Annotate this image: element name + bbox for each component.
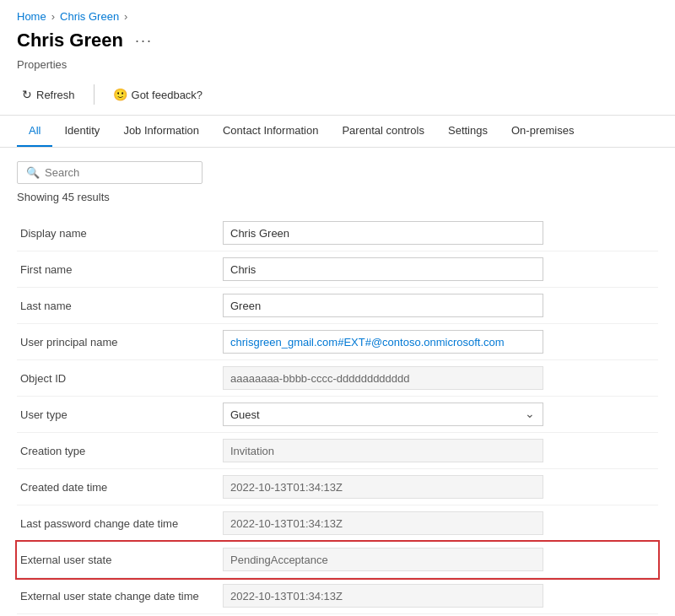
- prop-label-creation-type: Creation type: [17, 433, 219, 469]
- toolbar: ↻ Refresh 🙂 Got feedback?: [0, 78, 675, 116]
- tab-job[interactable]: Job Information: [111, 116, 211, 147]
- feedback-icon: 🙂: [113, 88, 127, 101]
- ext-user-state-input: [223, 548, 543, 571]
- prop-value-last-name: [219, 288, 658, 324]
- toolbar-divider: [94, 84, 94, 105]
- feedback-label: Got feedback?: [132, 89, 203, 101]
- table-row: Creation type: [17, 433, 658, 469]
- prop-value-first-name: [219, 251, 658, 288]
- prop-label-pw-change-dt: Last password change date time: [17, 505, 219, 542]
- prop-value-object-id: [219, 360, 658, 397]
- breadcrumb: Home › Chris Green ›: [0, 0, 675, 26]
- prop-label-last-name: Last name: [17, 288, 219, 324]
- table-row: Last password change date time: [17, 505, 658, 542]
- breadcrumb-sep1: ›: [51, 10, 55, 23]
- prop-value-pw-change-dt: [219, 505, 658, 542]
- prop-value-creation-type: [219, 433, 658, 469]
- object-id-input: [223, 366, 543, 390]
- prop-value-upn: [219, 324, 658, 360]
- page-title: Chris Green: [17, 30, 123, 51]
- creation-type-input: [223, 439, 543, 462]
- prop-value-created-dt: [219, 469, 658, 505]
- search-box[interactable]: 🔍: [17, 161, 202, 184]
- properties-table: Display name First name Last name: [17, 215, 658, 616]
- prop-label-created-dt: Created date time: [17, 469, 219, 505]
- prop-label-ext-state-change-dt: External user state change date time: [17, 578, 219, 614]
- tab-settings[interactable]: Settings: [436, 116, 500, 147]
- search-icon: 🔍: [26, 166, 40, 179]
- prop-value-ext-state-change-dt: [219, 578, 658, 614]
- title-area: Chris Green ···: [0, 26, 675, 58]
- feedback-button[interactable]: 🙂 Got feedback?: [108, 84, 208, 105]
- created-dt-input: [223, 475, 543, 499]
- tab-contact[interactable]: Contact Information: [211, 116, 330, 147]
- table-row: First name: [17, 251, 658, 288]
- table-row: User type Guest Member: [17, 397, 658, 433]
- refresh-icon: ↻: [22, 88, 32, 101]
- prop-label-upn: User principal name: [17, 324, 219, 360]
- page: Home › Chris Green › Chris Green ··· Pro…: [0, 0, 675, 616]
- table-row: Created date time: [17, 469, 658, 505]
- first-name-input[interactable]: [223, 257, 543, 281]
- user-type-select-wrapper: Guest Member: [223, 403, 543, 426]
- breadcrumb-user[interactable]: Chris Green: [60, 10, 119, 23]
- tab-identity[interactable]: Identity: [52, 116, 111, 147]
- prop-label-user-type: User type: [17, 397, 219, 433]
- prop-label-ext-user-state: External user state: [17, 542, 219, 578]
- table-row: Display name: [17, 215, 658, 251]
- table-row: External user state change date time: [17, 578, 658, 614]
- prop-value-display-name: [219, 215, 658, 251]
- search-input[interactable]: [45, 166, 193, 179]
- user-type-select[interactable]: Guest Member: [223, 403, 543, 426]
- breadcrumb-home[interactable]: Home: [17, 10, 46, 23]
- prop-value-ext-user-state: [219, 542, 658, 578]
- upn-input[interactable]: [223, 330, 543, 354]
- pw-change-dt-input: [223, 511, 543, 535]
- tab-parental[interactable]: Parental controls: [330, 116, 436, 147]
- table-row: User principal name: [17, 324, 658, 360]
- tab-all[interactable]: All: [17, 116, 52, 147]
- tab-onpremises[interactable]: On-premises: [500, 116, 586, 147]
- ellipsis-button[interactable]: ···: [132, 32, 156, 50]
- table-row: Last name: [17, 288, 658, 324]
- results-count: Showing 45 results: [17, 191, 658, 203]
- ext-state-change-dt-input: [223, 584, 543, 608]
- content-area: 🔍 Showing 45 results Display name First …: [0, 148, 675, 616]
- display-name-input[interactable]: [223, 221, 543, 245]
- refresh-label: Refresh: [36, 89, 75, 101]
- prop-label-display-name: Display name: [17, 215, 219, 251]
- subtitle: Properties: [0, 58, 675, 78]
- prop-label-first-name: First name: [17, 251, 219, 288]
- breadcrumb-sep2: ›: [124, 10, 127, 23]
- tabs-bar: All Identity Job Information Contact Inf…: [0, 116, 675, 148]
- prop-label-object-id: Object ID: [17, 360, 219, 397]
- table-row: Object ID: [17, 360, 658, 397]
- prop-value-user-type: Guest Member: [219, 397, 658, 433]
- refresh-button[interactable]: ↻ Refresh: [17, 84, 80, 105]
- external-user-state-row: External user state: [17, 542, 658, 578]
- last-name-input[interactable]: [223, 294, 543, 317]
